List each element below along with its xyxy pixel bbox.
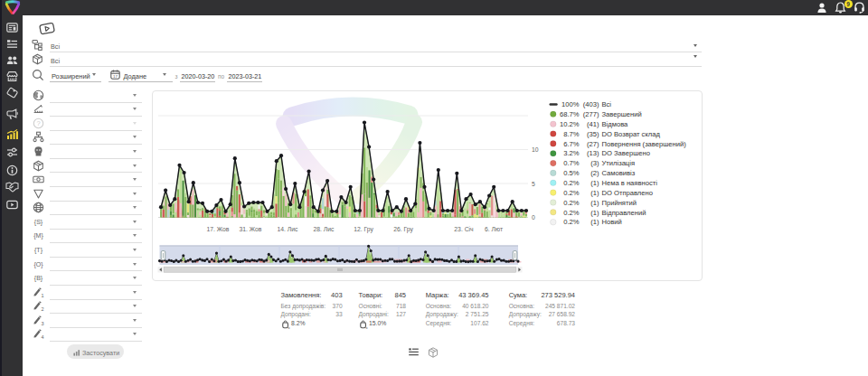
svg-text:0.5%: 0.5% <box>563 169 580 177</box>
svg-text:(35): (35) <box>587 130 599 138</box>
svg-text:x: x <box>365 325 368 329</box>
svg-text:(27): (27) <box>587 140 599 148</box>
svg-text:DO Возврат склад: DO Возврат склад <box>602 130 661 138</box>
svg-text:8.7%: 8.7% <box>563 130 580 138</box>
svg-text:(3): (3) <box>590 159 599 167</box>
svg-text:Всі: Всі <box>602 100 612 108</box>
svg-text:0.2%: 0.2% <box>563 209 580 217</box>
svg-text:0.2%: 0.2% <box>563 199 580 207</box>
svg-text:(1): (1) <box>590 209 599 217</box>
svg-text:DO Отправлено: DO Отправлено <box>602 189 653 197</box>
svg-text:(2): (2) <box>590 169 599 177</box>
svg-text:Повернення (завершений): Повернення (завершений) <box>602 140 687 148</box>
svg-text:100%: 100% <box>561 100 580 108</box>
svg-text:3.2%: 3.2% <box>563 149 580 157</box>
svg-text:(277): (277) <box>583 110 599 118</box>
svg-text:Завершений: Завершений <box>602 110 642 118</box>
svg-text:x: x <box>288 325 290 329</box>
svg-text:(1): (1) <box>590 189 599 197</box>
svg-text:10.2%: 10.2% <box>560 120 580 128</box>
svg-text:(1): (1) <box>590 199 599 207</box>
svg-text:0.2%: 0.2% <box>563 189 580 197</box>
svg-text:(403): (403) <box>583 100 599 108</box>
svg-text:(1): (1) <box>590 218 599 226</box>
svg-text:Утилізація: Утилізація <box>602 159 636 167</box>
svg-text:0.2%: 0.2% <box>563 218 580 226</box>
svg-text:Нема в наявності: Нема в наявності <box>602 179 658 187</box>
svg-text:0.2%: 0.2% <box>563 179 580 187</box>
svg-text:(1): (1) <box>590 179 599 187</box>
svg-text:0.7%: 0.7% <box>563 159 580 167</box>
svg-text:6.7%: 6.7% <box>563 140 580 148</box>
svg-text:(13): (13) <box>587 149 599 157</box>
svg-text:Прийнятий: Прийнятий <box>602 199 637 207</box>
svg-text:Новий: Новий <box>602 218 622 226</box>
svg-text:68.7%: 68.7% <box>560 110 580 118</box>
svg-text:DO Завершено: DO Завершено <box>602 149 650 157</box>
svg-text:Відмова: Відмова <box>602 120 629 128</box>
svg-text:Відправлений: Відправлений <box>602 209 646 217</box>
svg-text:(41): (41) <box>587 120 599 128</box>
svg-text:Самовивіз: Самовивіз <box>602 169 636 177</box>
